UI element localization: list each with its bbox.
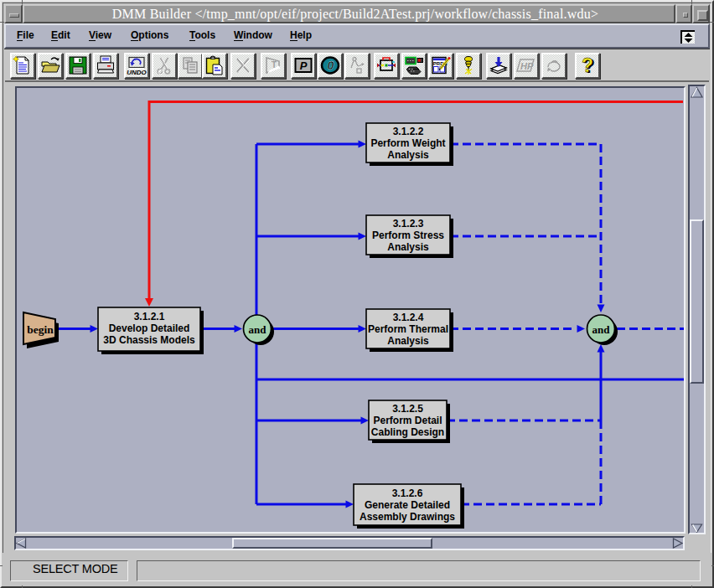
svg-text:Generate Detailed: Generate Detailed: [365, 499, 450, 511]
svg-text:Perform Stress: Perform Stress: [372, 230, 444, 241]
svg-text:Cabling Design: Cabling Design: [371, 426, 444, 438]
svg-text:begin: begin: [27, 323, 54, 336]
svg-text:Perform Detail: Perform Detail: [373, 415, 442, 426]
svg-text:3.1.2.1: 3.1.2.1: [134, 311, 165, 322]
svg-text:3.1.2.2: 3.1.2.2: [393, 126, 424, 137]
svg-text:?: ?: [582, 55, 593, 75]
svg-text:UNDO: UNDO: [127, 69, 147, 75]
svg-text:Analysis: Analysis: [387, 241, 429, 253]
svg-text:and: and: [592, 323, 611, 336]
svg-text:and: and: [249, 323, 267, 336]
svg-text:Perform Thermal: Perform Thermal: [368, 323, 448, 335]
svg-text:3D Chassis Models: 3D Chassis Models: [103, 334, 195, 346]
svg-text:HP: HP: [520, 61, 534, 71]
svg-text:3.1.2.6: 3.1.2.6: [392, 487, 423, 499]
svg-text:3.1.2.4: 3.1.2.4: [393, 312, 424, 323]
svg-text:Assembly Drawings: Assembly Drawings: [360, 511, 455, 523]
svg-text:3.1.2.3: 3.1.2.3: [393, 218, 424, 230]
svg-text:Develop Detailed: Develop Detailed: [109, 322, 190, 334]
svg-text:3.1.2.5: 3.1.2.5: [392, 403, 423, 415]
svg-text:0: 0: [328, 59, 334, 72]
svg-text:Perform Weight: Perform Weight: [370, 137, 445, 149]
svg-text:P: P: [300, 59, 308, 72]
svg-text:Analysis: Analysis: [387, 335, 429, 347]
svg-text:Analysis: Analysis: [387, 149, 429, 161]
svg-text:T: T: [272, 60, 277, 70]
